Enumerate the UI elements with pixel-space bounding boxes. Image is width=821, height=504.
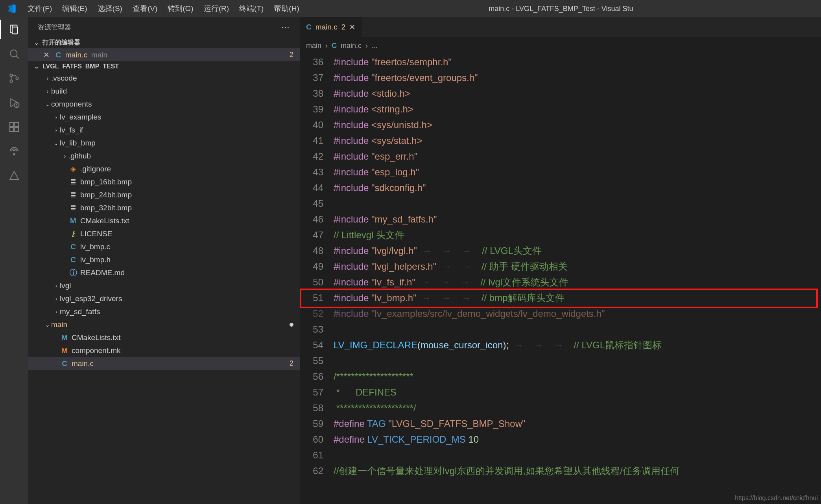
code-line[interactable]: 56/********************* <box>300 369 821 384</box>
folder-item[interactable]: ›lv_fs_if <box>28 123 300 136</box>
code-line[interactable]: 54LV_IMG_DECLARE(mouse_cursor_icon); → →… <box>300 337 821 353</box>
c-file-icon: C <box>68 243 78 251</box>
file-icon: ≣ <box>68 203 78 212</box>
breadcrumb-item[interactable]: main.c <box>341 42 362 50</box>
c-file-icon: C <box>54 51 63 59</box>
file-item[interactable]: ≣bmp_16bit.bmp <box>28 175 300 188</box>
code-line[interactable]: 62//创建一个信号量来处理对lvgl东西的并发调用,如果您希望从其他线程/任务… <box>300 463 821 479</box>
breadcrumb-item[interactable]: ... <box>372 42 378 50</box>
code-line[interactable]: 49#include "lvgl_helpers.h" → → // 助手 硬件… <box>300 259 821 274</box>
makefile-icon: M <box>60 346 69 355</box>
search-icon[interactable] <box>7 47 21 61</box>
code-line[interactable]: 59#define TAG "LVGL_SD_FATFS_BMP_Show" <box>300 416 821 432</box>
menu-item[interactable]: 转到(G) <box>163 1 198 16</box>
code-line[interactable]: 51#include "lv_bmp.h" → → → // bmp解码库头文件 <box>300 290 821 306</box>
code-line[interactable]: 57 * DEFINES <box>300 384 821 400</box>
cmake-file-icon: M <box>68 217 78 225</box>
close-icon[interactable]: ✕ <box>42 50 51 59</box>
vscode-logo-icon <box>6 4 17 14</box>
project-section[interactable]: ⌄ LVGL_FATFS_BMP_TEST <box>28 61 300 72</box>
folder-item[interactable]: ⌄components <box>28 97 300 110</box>
breadcrumb-item[interactable]: main <box>306 42 321 50</box>
file-item[interactable]: ◈.gitignore <box>28 162 300 175</box>
tab-main-c[interactable]: C main.c 2 ✕ <box>300 17 362 37</box>
file-item[interactable]: MCMakeLists.txt <box>28 214 300 227</box>
file-item[interactable]: ≣bmp_32bit.bmp <box>28 201 300 214</box>
run-debug-icon[interactable] <box>7 96 21 109</box>
code-line[interactable]: 60#define LV_TICK_PERIOD_MS 10 <box>300 432 821 447</box>
cmake-icon[interactable] <box>7 169 21 182</box>
close-icon[interactable]: ✕ <box>349 23 355 31</box>
folder-item[interactable]: ›.github <box>28 149 300 162</box>
code-line[interactable]: 52#include "lv_examples/src/lv_demo_widg… <box>300 306 821 322</box>
open-editor-item[interactable]: ✕Cmain.cmain2 <box>28 48 300 61</box>
code-line[interactable]: 53 <box>300 322 821 337</box>
more-actions-icon[interactable]: ⋯ <box>281 22 290 32</box>
file-item[interactable]: ⚷LICENSE <box>28 227 300 240</box>
folder-item[interactable]: ›lvgl_esp32_drivers <box>28 292 300 305</box>
line-number: 55 <box>300 353 334 369</box>
chevron-down-icon: ⌄ <box>53 140 60 146</box>
extensions-icon[interactable] <box>7 120 21 134</box>
folder-item[interactable]: ›my_sd_fatfs <box>28 305 300 318</box>
explorer-icon[interactable] <box>7 23 21 36</box>
cmake-file-icon: M <box>60 333 69 342</box>
folder-item[interactable]: ›build <box>28 85 300 97</box>
file-item[interactable]: ≣bmp_24bit.bmp <box>28 188 300 201</box>
chevron-right-icon: › <box>53 114 60 120</box>
file-item[interactable]: Mcomponent.mk <box>28 344 300 357</box>
code-line[interactable]: 55 <box>300 353 821 369</box>
source-control-icon[interactable] <box>7 72 21 85</box>
file-item[interactable]: MCMakeLists.txt <box>28 331 300 344</box>
menu-item[interactable]: 运行(R) <box>199 1 234 16</box>
code-line[interactable]: 42#include "esp_err.h" <box>300 149 821 164</box>
menu-item[interactable]: 文件(F) <box>23 1 57 16</box>
line-number: 48 <box>300 243 334 259</box>
editor-area: C main.c 2 ✕ main›Cmain.c›... 36#include… <box>300 17 821 504</box>
file-item[interactable]: Cmain.c2 <box>28 357 300 370</box>
folder-item[interactable]: ⌄lv_lib_bmp <box>28 136 300 149</box>
code-line[interactable]: 43#include "esp_log.h" <box>300 164 821 180</box>
line-number: 37 <box>300 70 334 86</box>
folder-item[interactable]: ›lv_examples <box>28 110 300 123</box>
menu-item[interactable]: 帮助(H) <box>269 1 304 16</box>
code-line[interactable]: 41#include <sys/stat.h> <box>300 133 821 149</box>
modified-dot-icon <box>290 323 293 327</box>
code-line[interactable]: 37#include "freertos/event_groups.h" <box>300 70 821 86</box>
code-line[interactable]: 40#include <sys/unistd.h> <box>300 117 821 133</box>
file-item[interactable]: ⓘREADME.md <box>28 266 300 279</box>
folder-item[interactable]: ›lvgl <box>28 279 300 292</box>
svg-rect-8 <box>15 123 18 127</box>
menu-item[interactable]: 查看(V) <box>128 1 162 16</box>
file-item[interactable]: Clv_bmp.h <box>28 253 300 266</box>
c-file-icon: C <box>306 23 312 31</box>
code-line[interactable]: 47// Littlevgl 头文件 <box>300 227 821 243</box>
code-line[interactable]: 45 <box>300 196 821 212</box>
open-editors-section[interactable]: ⌄ 打开的编辑器 <box>28 37 300 48</box>
menu-item[interactable]: 选择(S) <box>93 1 127 16</box>
line-number: 60 <box>300 432 334 447</box>
code-line[interactable]: 38#include <stdio.h> <box>300 86 821 101</box>
folder-item[interactable]: ⌄main <box>28 318 300 331</box>
code-line[interactable]: 36#include "freertos/semphr.h" <box>300 54 821 70</box>
file-item[interactable]: Clv_bmp.c <box>28 240 300 253</box>
line-number: 43 <box>300 164 334 180</box>
code-editor[interactable]: 36#include "freertos/semphr.h"37#include… <box>300 54 821 504</box>
code-line[interactable]: 61 <box>300 447 821 463</box>
folder-item[interactable]: ›.vscode <box>28 72 300 85</box>
code-line[interactable]: 44#include "sdkconfig.h" <box>300 180 821 196</box>
espressif-icon[interactable] <box>7 145 21 158</box>
menu-item[interactable]: 编辑(E) <box>57 1 92 16</box>
code-line[interactable]: 39#include <string.h> <box>300 101 821 117</box>
breadcrumb[interactable]: main›Cmain.c›... <box>300 37 821 54</box>
code-line[interactable]: 48#include "lvgl/lvgl.h" → → → // LVGL头文… <box>300 243 821 259</box>
code-line[interactable]: 50#include "lv_fs_if.h" → → → // lvgl文件系… <box>300 274 821 290</box>
c-file-icon: C <box>332 42 337 50</box>
title-bar: 文件(F)编辑(E)选择(S)查看(V)转到(G)运行(R)终端(T)帮助(H)… <box>0 0 821 17</box>
menu-item[interactable]: 终端(T) <box>234 1 268 16</box>
chevron-right-icon: › <box>44 88 51 94</box>
code-line[interactable]: 46#include "my_sd_fatfs.h" <box>300 212 821 227</box>
line-number: 39 <box>300 101 334 117</box>
code-line[interactable]: 58 *********************/ <box>300 400 821 416</box>
line-number: 58 <box>300 400 334 416</box>
